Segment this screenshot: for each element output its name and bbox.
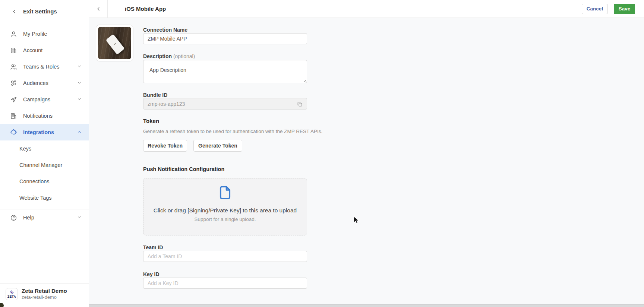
upload-dropzone[interactable]: Click or drag [Signing/Private Key] to t… [143,178,307,235]
puzzle-icon [10,129,17,136]
optional-hint: (optional) [173,53,195,59]
workspace-slug: zeta-retail-demo [22,294,67,300]
token-description: Generate a refresh token to be used for … [143,129,322,134]
chevron-up-icon [77,129,82,136]
chevron-down-icon [77,215,82,221]
sidebar-item-label: Teams & Roles [23,64,71,70]
workspace-name: Zeta Retail Demo [22,288,67,295]
connection-form: Connection Name Description (optional) A… [89,18,644,307]
generate-token-button[interactable]: Generate Token [193,140,242,152]
chevron-left-icon [95,6,101,12]
sidebar-item-label: Notifications [23,113,82,119]
sidebar-subitem-label: Website Tags [19,195,52,201]
chevron-left-icon [10,8,18,15]
sidebar-item-label: Campaigns [23,96,71,102]
sidebar-item-label: Help [23,215,71,221]
sidebar-item-campaigns[interactable]: Campaigns [0,91,89,108]
connection-name-label: Connection Name [143,27,187,33]
zeta-diamond-icon [9,290,14,295]
help-icon [10,214,17,221]
description-label: Description (optional) [143,53,195,59]
building-icon [10,112,17,120]
sidebar-subitem-connections[interactable]: Connections [0,173,89,190]
connection-name-input[interactable] [143,33,307,44]
sidebar-item-label: Account [23,47,82,53]
sidebar-item-help[interactable]: Help [0,209,89,226]
push-config-heading: Push Notification Configuration [143,166,224,172]
connection-thumbnail [96,25,133,61]
sidebar-subitem-label: Connections [19,178,50,184]
upload-instruction: Click or drag [Signing/Private Key] to t… [143,207,307,214]
user-icon [10,30,17,38]
bundle-id-input [143,98,307,110]
chevron-down-icon [77,96,82,103]
description-textarea[interactable]: App Description [143,60,307,83]
sidebar-item-label: Integrations [23,129,71,135]
revoke-token-button[interactable]: Revoke Token [143,140,187,152]
sidebar-nav: My Profile Account Teams & Roles Audienc… [0,23,89,226]
sidebar-item-label: Audiences [23,80,71,86]
save-button[interactable]: Save [614,4,635,14]
phone-photo [98,27,131,59]
token-heading: Token [143,118,159,124]
exit-settings-label: Exit Settings [23,8,57,15]
sidebar-item-my-profile[interactable]: My Profile [0,26,89,42]
page-header: iOS Mobile App Cancel Save [89,0,644,18]
chevron-down-icon [77,64,82,70]
sidebar-subitem-label: Channel Manager [19,162,62,168]
send-icon [10,96,17,103]
key-id-label: Key ID [143,271,160,277]
sidebar-item-teams-roles[interactable]: Teams & Roles [0,58,89,75]
workspace-switcher[interactable]: ZETA Zeta Retail Demo zeta-retail-demo [0,283,89,304]
building-icon [10,47,17,54]
sidebar-subitem-channel-manager[interactable]: Channel Manager [0,157,89,173]
sidebar-subitem-keys[interactable]: Keys [0,140,89,157]
audience-icon [10,79,17,87]
zeta-logo-text: ZETA [7,295,16,298]
users-icon [10,63,17,70]
settings-sidebar: Exit Settings My Profile Account Teams &… [0,0,89,307]
sidebar-subitem-website-tags[interactable]: Website Tags [0,190,89,206]
phone-illustration [105,34,124,54]
bundle-id-label: Bundle ID [143,92,167,98]
chevron-down-icon [77,80,82,86]
file-icon [143,185,307,202]
team-id-input[interactable] [143,251,307,262]
cancel-button[interactable]: Cancel [582,4,608,14]
bottom-scrollbar-track[interactable] [89,304,644,307]
sidebar-item-integrations[interactable]: Integrations [0,124,89,140]
exit-settings-button[interactable]: Exit Settings [0,0,89,23]
team-id-label: Team ID [143,244,163,250]
zeta-logo: ZETA [6,288,18,300]
back-button[interactable] [89,0,108,18]
sidebar-item-audiences[interactable]: Audiences [0,75,89,91]
page-title: iOS Mobile App [125,6,166,12]
sidebar-subitem-label: Keys [19,146,31,152]
sidebar-item-notifications[interactable]: Notifications [0,108,89,124]
copy-icon[interactable] [296,100,303,108]
sidebar-item-label: My Profile [23,31,82,37]
sidebar-item-account[interactable]: Account [0,42,89,58]
key-id-input[interactable] [143,278,307,289]
upload-hint: Support for a single upload. [143,216,307,222]
